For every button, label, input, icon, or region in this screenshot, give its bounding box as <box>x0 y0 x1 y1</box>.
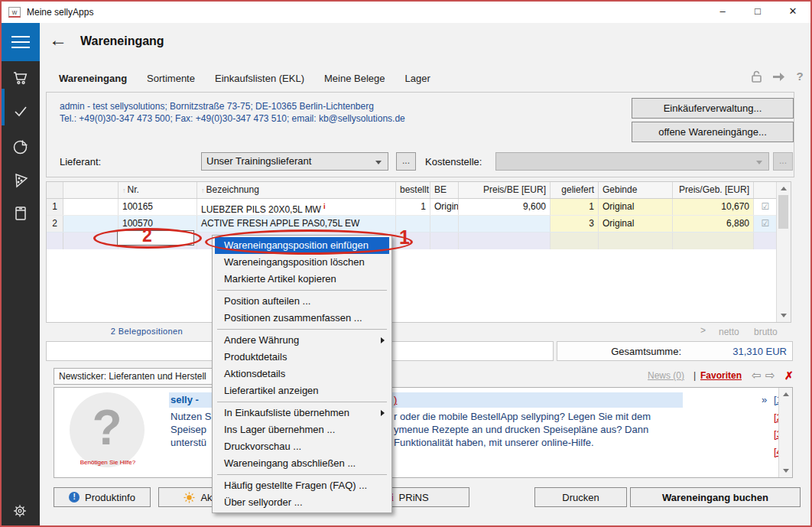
pie-chart-icon[interactable] <box>11 138 30 156</box>
total-box: Gesamtsumme: 31,310 EUR <box>557 341 793 361</box>
menu-item-druckvorschau[interactable]: Druckvorschau ... <box>213 438 391 455</box>
menu-item-ueber[interactable]: Über sellyorder ... <box>213 494 391 511</box>
news-body-text: Speisep <box>171 424 206 435</box>
drucken-button[interactable]: Drucken <box>534 487 627 507</box>
page-title: Wareneingang <box>80 34 164 48</box>
row-check-icon[interactable]: ☑ <box>762 218 770 229</box>
news-link[interactable]: News (0) <box>648 370 684 381</box>
brutto-label[interactable]: brutto <box>754 327 778 337</box>
news-headline-link[interactable]: ) <box>394 394 397 405</box>
table-row[interactable]: 1 100165 LUEBZER PILS 20X0,5L MWi 1 Orig… <box>47 199 791 216</box>
menu-item-loeschen[interactable]: Wareneingangsposition löschen <box>213 254 391 271</box>
tab-wareneingang[interactable]: Wareneingang <box>59 73 127 84</box>
expander-icon[interactable]: > <box>700 325 706 336</box>
annotation-label-2: 2 <box>142 226 152 246</box>
scrollbar-thumb[interactable] <box>778 195 788 229</box>
tab-meine-belege[interactable]: Meine Belege <box>324 73 385 84</box>
lieferant-select[interactable]: Unser Trainingslieferant <box>201 152 388 171</box>
tab-sortimente[interactable]: Sortimente <box>147 73 195 84</box>
pizza-icon[interactable] <box>11 171 30 190</box>
menu-separator <box>217 329 387 330</box>
gear-icon[interactable] <box>11 503 28 519</box>
minimize-button[interactable]: – <box>705 2 740 23</box>
question-mark-icon: ? <box>70 392 145 463</box>
lieferant-label: Lieferant: <box>60 156 101 168</box>
close-button[interactable]: ✕ <box>775 2 810 23</box>
offene-wareneingaenge-button[interactable]: offene Wareneingänge... <box>632 122 794 142</box>
check-icon[interactable] <box>11 102 30 120</box>
sort-asc-icon: ↑ <box>122 187 126 194</box>
positions-table: ↑Nr. ↑Bezeichnung bestellt BE Preis/BE [… <box>46 181 791 323</box>
book-icon[interactable] <box>11 204 30 223</box>
sun-icon <box>184 492 195 503</box>
position-count: 2 Belegpositionen <box>86 327 208 336</box>
news-body-text: Nutzen S <box>171 411 211 422</box>
col-bestellt[interactable]: bestellt <box>396 182 430 198</box>
total-label: Gesamtsumme: <box>611 346 681 357</box>
info-superscript: i <box>323 203 326 210</box>
app-window: w Meine sellyApps – □ ✕ <box>0 0 812 527</box>
favoriten-link[interactable]: Favoriten <box>700 370 742 381</box>
help-image[interactable]: ? <box>70 392 145 467</box>
kostenstelle-label: Kostenstelle: <box>425 156 482 168</box>
menu-item-abschliessen[interactable]: Wareneingang abschließen ... <box>213 455 391 472</box>
tab-einkaufslisten[interactable]: Einkaufslisten (EKL) <box>215 73 304 84</box>
annotation-label-1: 1 <box>399 226 410 249</box>
news-next-icon[interactable]: ⇨ <box>765 369 775 382</box>
supplier-address-line1: admin - test sellysolutions; Bornitzstra… <box>60 101 374 112</box>
menu-item-lieferartikel[interactable]: Lieferartikel anzeigen <box>213 382 391 399</box>
kostenstelle-select[interactable] <box>495 152 769 171</box>
menu-item-kopieren[interactable]: Markierte Artikel kopieren <box>213 271 391 288</box>
window-title: Meine sellyApps <box>27 7 93 18</box>
context-menu: Wareneingangsposition einfügen Wareneing… <box>212 235 392 513</box>
supplier-panel: admin - test sellysolutions; Bornitzstra… <box>46 92 794 177</box>
menu-item-produktdetails[interactable]: Produktdetails <box>213 349 391 366</box>
menu-item-zusammenfassen[interactable]: Positionen zusammenfassen ... <box>213 310 391 327</box>
menu-separator <box>217 402 387 402</box>
title-bar: w Meine sellyApps – □ ✕ <box>2 2 810 23</box>
news-prev-icon[interactable]: ⇦ <box>752 369 762 382</box>
scroll-up-icon[interactable] <box>783 392 789 396</box>
cart-icon[interactable] <box>11 69 30 87</box>
news-scrollbar[interactable] <box>778 388 792 477</box>
lieferant-more-button[interactable]: ... <box>396 152 416 171</box>
news-close-icon[interactable]: ✗ <box>784 369 794 382</box>
col-preis-be[interactable]: Preis/BE [EUR] <box>459 182 551 198</box>
app-logo-icon: w <box>8 7 21 18</box>
headline-chevron-icon: » <box>762 394 767 405</box>
row-check-icon[interactable]: ☑ <box>762 201 770 212</box>
wareneingang-buchen-button[interactable]: Wareneingang buchen <box>630 487 801 507</box>
menu-item-ins-lager[interactable]: Ins Lager übernehmen ... <box>213 421 391 438</box>
col-be[interactable]: BE <box>430 182 459 198</box>
col-bezeichnung[interactable]: ↑Bezeichnung <box>197 182 396 198</box>
netto-label[interactable]: netto <box>719 327 739 337</box>
scroll-up-icon[interactable] <box>781 187 787 190</box>
info-icon: ! <box>69 492 80 503</box>
kostenstelle-more-button[interactable]: ... <box>773 152 793 171</box>
produktinfo-button[interactable]: ! Produktinfo <box>54 487 151 507</box>
lock-icon[interactable] <box>749 68 765 85</box>
chevron-down-icon <box>375 161 382 164</box>
scroll-down-icon[interactable] <box>783 469 789 473</box>
menu-item-aktionsdetails[interactable]: Aktionsdetails <box>213 366 391 382</box>
hamburger-menu-button[interactable] <box>2 23 40 61</box>
chevron-down-icon <box>756 161 762 164</box>
news-headline[interactable]: selly - <box>171 394 199 405</box>
help-icon[interactable]: ? <box>792 68 807 85</box>
tab-lager[interactable]: Lager <box>405 73 430 84</box>
menu-item-andere-waehrung[interactable]: Andere Währung <box>213 332 391 349</box>
news-panel: ? Benötigen Sie Hilfe? selly - ) Nutzen … <box>54 387 793 478</box>
table-scrollbar[interactable] <box>776 182 791 322</box>
back-arrow-icon[interactable]: ← <box>49 29 67 50</box>
col-gebinde[interactable]: Gebinde <box>599 182 673 198</box>
einkaeuferverwaltung-button[interactable]: Einkäuferverwaltung... <box>632 98 794 119</box>
menu-item-aufteilen[interactable]: Position aufteilen ... <box>213 293 391 310</box>
menu-item-faq[interactable]: Häufig gestellte Fragen (FAQ) ... <box>213 477 391 494</box>
col-geliefert[interactable]: geliefert <box>551 182 599 198</box>
col-preis-geb[interactable]: Preis/Geb. [EUR] <box>673 182 754 198</box>
maximize-button[interactable]: □ <box>740 2 775 23</box>
col-nr[interactable]: ↑Nr. <box>119 182 197 198</box>
scroll-down-icon[interactable] <box>781 314 787 317</box>
menu-item-in-einkaufsliste[interactable]: In Einkaufsliste übernehmen <box>213 405 391 421</box>
forward-arrow-icon[interactable] <box>771 68 786 85</box>
